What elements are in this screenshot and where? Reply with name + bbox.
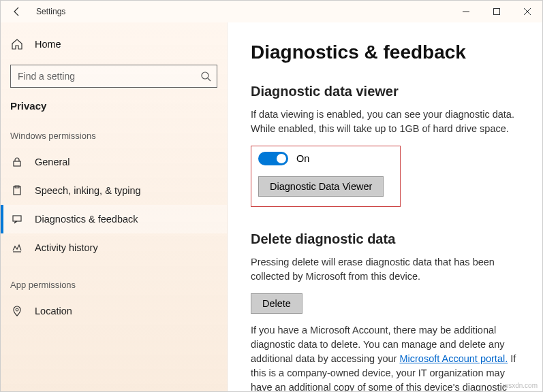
minimize-icon: [463, 8, 469, 15]
viewer-heading: Diagnostic data viewer: [251, 84, 525, 99]
sidebar-item-label: Diagnostics & feedback: [35, 214, 138, 225]
sidebar-item-activity[interactable]: Activity history: [1, 233, 227, 262]
svg-point-4: [202, 72, 208, 79]
search-input[interactable]: [18, 71, 200, 82]
svg-line-5: [208, 78, 211, 81]
delete-button[interactable]: Delete: [251, 293, 302, 314]
sidebar-item-label: Activity history: [35, 242, 98, 253]
section-label-privacy: Privacy: [10, 100, 217, 112]
window-title: Settings: [36, 7, 65, 16]
close-button[interactable]: [512, 1, 542, 22]
minimize-button[interactable]: [450, 1, 481, 22]
search-box[interactable]: [10, 65, 217, 88]
home-icon: [10, 38, 24, 50]
viewer-highlight-box: On Diagnostic Data Viewer: [251, 146, 401, 207]
sidebar-item-label: General: [35, 157, 70, 167]
sidebar: Home Privacy Windows permissions General: [1, 22, 228, 391]
close-icon: [524, 8, 531, 15]
svg-rect-6: [14, 161, 20, 166]
home-label: Home: [35, 39, 61, 50]
svg-rect-1: [493, 9, 499, 15]
location-icon: [10, 306, 24, 316]
delete-description: Pressing delete will erase diagnostic da…: [251, 255, 525, 284]
sidebar-item-label: Location: [35, 306, 72, 316]
toggle-label: On: [296, 153, 309, 164]
sidebar-item-general[interactable]: General: [1, 148, 227, 176]
sidebar-item-diagnostics[interactable]: Diagnostics & feedback: [1, 205, 227, 233]
group-label-windows-permissions: Windows permissions: [1, 131, 227, 141]
maximize-button[interactable]: [481, 1, 512, 22]
viewer-toggle[interactable]: [258, 152, 288, 165]
lock-icon: [10, 157, 24, 167]
viewer-description: If data viewing is enabled, you can see …: [251, 108, 525, 136]
arrow-left-icon: [12, 6, 22, 17]
group-label-app-permissions: App permissions: [1, 280, 227, 290]
search-icon: [200, 71, 211, 82]
microsoft-account-portal-link[interactable]: Microsoft Account portal.: [399, 353, 508, 364]
home-nav[interactable]: Home: [10, 31, 217, 58]
delete-note: If you have a Microsoft Account, there m…: [251, 323, 525, 391]
sidebar-item-location[interactable]: Location: [1, 297, 227, 325]
back-button[interactable]: [6, 1, 28, 22]
svg-point-11: [16, 308, 18, 311]
toggle-knob: [277, 154, 286, 163]
content-area: Diagnostics & feedback Diagnostic data v…: [228, 22, 542, 391]
sidebar-item-label: Speech, inking, & typing: [35, 185, 141, 196]
svg-rect-9: [13, 216, 21, 221]
activity-icon: [10, 242, 24, 253]
diagnostic-data-viewer-button[interactable]: Diagnostic Data Viewer: [258, 176, 384, 197]
watermark: wsxdn.com: [503, 382, 538, 389]
sidebar-item-speech[interactable]: Speech, inking, & typing: [1, 176, 227, 205]
clipboard-icon: [10, 185, 24, 196]
feedback-icon: [10, 214, 24, 225]
delete-heading: Delete diagnostic data: [251, 231, 525, 247]
page-title: Diagnostics & feedback: [251, 42, 525, 63]
maximize-icon: [493, 8, 500, 15]
